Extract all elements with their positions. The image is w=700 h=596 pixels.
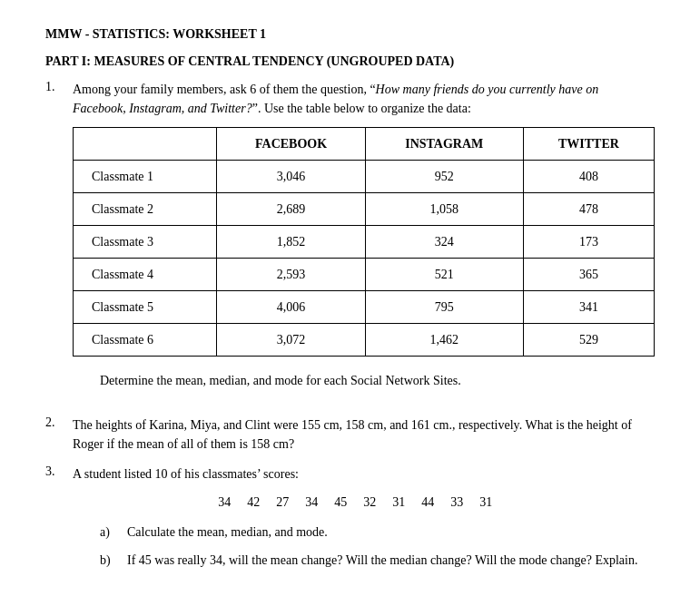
score-value: 31 [392,493,405,512]
question-1-text: Among your family members, ask 6 of them… [73,80,655,405]
question-1-number: 1. [45,80,73,405]
data-table: FACEBOOK INSTAGRAM TWITTER Classmate 13,… [73,127,655,357]
sub-text-a: Calculate the mean, median, and mode. [127,523,328,542]
table-cell-value: 529 [523,324,654,357]
score-value: 34 [218,493,231,512]
scores-row: 34422734453231443331 [73,493,637,512]
table-row: Classmate 42,593521365 [74,259,655,291]
table-cell-value: 4,006 [217,291,365,324]
table-cell-classmate: Classmate 3 [74,226,217,259]
table-header-row: FACEBOOK INSTAGRAM TWITTER [74,128,655,161]
table-cell-value: 2,689 [217,193,365,226]
q1-text-after: ”. Use the table below to organize the d… [252,102,471,115]
sub-label-b: b) [100,551,127,570]
table-cell-value: 1,462 [365,324,523,357]
q1-sub-instruction: Determine the mean, median, and mode for… [100,371,655,390]
question-3: 3. A student listed 10 of his classmates… [45,464,655,579]
table-row: Classmate 13,046952408 [74,161,655,193]
score-value: 44 [421,493,434,512]
table-row: Classmate 63,0721,462529 [74,324,655,357]
table-cell-value: 173 [523,226,654,259]
sub-question-a: a) Calculate the mean, median, and mode. [100,523,637,542]
table-header-name [74,128,217,161]
sub-question-b: b) If 45 was really 34, will the mean ch… [100,551,637,570]
table-cell-value: 408 [523,161,654,193]
table-cell-value: 341 [523,291,654,324]
sub-label-a: a) [100,523,127,542]
table-cell-value: 478 [523,193,654,226]
question-3-number: 3. [45,464,73,579]
table-cell-value: 1,852 [217,226,365,259]
table-header-facebook: FACEBOOK [217,128,365,161]
table-cell-value: 2,593 [217,259,365,291]
table-cell-value: 3,072 [217,324,365,357]
table-cell-classmate: Classmate 4 [74,259,217,291]
score-value: 42 [247,493,260,512]
table-cell-value: 3,046 [217,161,365,193]
table-cell-value: 795 [365,291,523,324]
table-cell-value: 521 [365,259,523,291]
table-cell-value: 365 [523,259,654,291]
score-value: 45 [334,493,347,512]
question-2: 2. The heights of Karina, Miya, and Clin… [45,415,655,454]
score-value: 31 [479,493,492,512]
question-3-content: A student listed 10 of his classmates’ s… [73,464,637,579]
table-header-instagram: INSTAGRAM [365,128,523,161]
page-title: MMW - STATISTICS: WORKSHEET 1 [45,27,655,42]
question-1: 1. Among your family members, ask 6 of t… [45,80,655,405]
score-value: 32 [363,493,376,512]
question-3-text: A student listed 10 of his classmates’ s… [73,467,299,481]
sub-questions: a) Calculate the mean, median, and mode.… [100,523,637,570]
score-value: 27 [276,493,289,512]
table-cell-classmate: Classmate 1 [74,161,217,193]
section-title: PART I: MEASURES OF CENTRAL TENDENCY (UN… [45,54,655,69]
q1-text-before: Among your family members, ask 6 of them… [73,83,376,96]
table-row: Classmate 54,006795341 [74,291,655,324]
score-value: 34 [305,493,318,512]
question-2-text: The heights of Karina, Miya, and Clint w… [73,415,655,454]
table-row: Classmate 22,6891,058478 [74,193,655,226]
table-cell-value: 324 [365,226,523,259]
table-cell-classmate: Classmate 2 [74,193,217,226]
score-value: 33 [450,493,463,512]
table-cell-value: 1,058 [365,193,523,226]
table-cell-classmate: Classmate 6 [74,324,217,357]
question-2-number: 2. [45,415,73,454]
table-cell-classmate: Classmate 5 [74,291,217,324]
table-header-twitter: TWITTER [523,128,654,161]
table-row: Classmate 31,852324173 [74,226,655,259]
sub-text-b: If 45 was really 34, will the mean chang… [127,551,637,570]
table-cell-value: 952 [365,161,523,193]
